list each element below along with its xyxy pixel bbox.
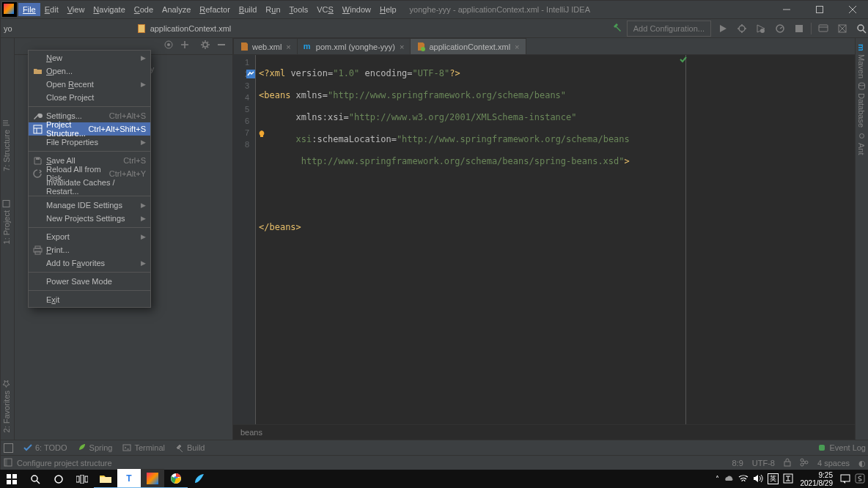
close-tab-icon[interactable]: × <box>515 42 519 51</box>
intention-bulb-icon[interactable] <box>257 130 266 138</box>
close-tab-icon[interactable]: × <box>286 42 290 51</box>
hide-icon[interactable] <box>216 40 229 53</box>
ant-tool-button[interactable]: Ant <box>857 132 866 155</box>
status-encoding[interactable]: UTF-8 <box>752 459 775 467</box>
event-log-button[interactable]: Event Log <box>829 443 866 452</box>
tray-chevron-icon[interactable]: ˄ <box>716 475 719 483</box>
menu-analyze[interactable]: Analyze <box>158 3 195 16</box>
windows-taskbar: T ˄ 英 9:25 2021/8/29 <box>0 470 868 488</box>
vcs-update-button[interactable] <box>816 21 831 36</box>
build-icon[interactable] <box>612 22 622 34</box>
close-tab-icon[interactable]: × <box>400 42 404 51</box>
menu-build[interactable]: Build <box>235 3 261 16</box>
ime-mode-icon[interactable] <box>783 473 793 485</box>
profiler-button[interactable] <box>773 21 787 36</box>
window-minimize-button[interactable] <box>770 1 803 18</box>
maven-tool-button[interactable]: m Maven <box>857 44 866 78</box>
menu-run[interactable]: Run <box>261 3 284 16</box>
run-button[interactable] <box>716 21 730 36</box>
menu-help[interactable]: Help <box>375 3 401 16</box>
coverage-button[interactable] <box>754 21 768 36</box>
debug-button[interactable] <box>735 21 749 36</box>
start-button[interactable] <box>0 470 23 488</box>
svg-rect-38 <box>85 476 88 482</box>
file-menu-open-recent[interactable]: Open Recent▶ <box>29 78 150 91</box>
favorites-tool-button[interactable]: 2: Favorites <box>2 380 11 432</box>
taskbar-explorer[interactable] <box>94 469 117 488</box>
cortana-button[interactable] <box>47 470 70 488</box>
menu-window[interactable]: Window <box>338 3 375 16</box>
menu-refactor[interactable]: Refactor <box>195 3 235 16</box>
terminal-tool-button[interactable]: Terminal <box>122 443 165 452</box>
event-log-indicator-icon <box>819 445 825 451</box>
lock-icon[interactable] <box>784 458 791 468</box>
taskbar-todesk[interactable]: T <box>117 469 141 488</box>
file-menu-file-properties[interactable]: File Properties▶ <box>29 136 150 149</box>
file-menu-close-project[interactable]: Close Project <box>29 91 150 104</box>
file-menu-new[interactable]: New▶ <box>29 51 150 64</box>
search-button[interactable] <box>23 470 47 488</box>
file-menu-project-structure[interactable]: Project Structure...Ctrl+Alt+Shift+S <box>29 122 150 136</box>
project-tool-window: -yyy New▶ Open... Open Recent▶ Close Pro… <box>15 38 233 440</box>
tab-label: applicationContext.xml <box>429 42 510 51</box>
svg-rect-10 <box>4 200 10 207</box>
window-maximize-button[interactable] <box>803 1 836 18</box>
file-menu-export[interactable]: Export▶ <box>29 230 150 243</box>
status-box-icon[interactable] <box>4 458 12 468</box>
menu-navigate[interactable]: Navigate <box>89 3 129 16</box>
inspector-widget-icon[interactable]: ◐ <box>858 459 866 468</box>
spring-xml-file-icon <box>416 42 426 51</box>
taskbar-app[interactable] <box>188 469 211 488</box>
task-view-button[interactable] <box>70 470 94 488</box>
menu-vcs[interactable]: VCS <box>312 3 338 16</box>
build-tool-button[interactable]: Build <box>175 443 205 452</box>
editor-breadcrumb[interactable]: beans <box>233 424 855 440</box>
todo-tool-button[interactable]: 6: TODO <box>23 443 67 452</box>
search-everywhere-button[interactable] <box>854 21 868 36</box>
breadcrumb-file[interactable]: applicationContext.xml <box>150 24 232 33</box>
xmlns-gutter-icon[interactable] <box>246 70 255 78</box>
file-menu-manage-ide[interactable]: Manage IDE Settings▶ <box>29 199 150 212</box>
file-menu-invalidate[interactable]: Invalidate Caches / Restart... <box>29 180 150 193</box>
ime-indicator[interactable]: 英 <box>768 473 779 484</box>
file-menu-print[interactable]: Print... <box>29 243 150 256</box>
tray-onedrive-icon[interactable] <box>724 475 734 484</box>
file-menu-power-save[interactable]: Power Save Mode <box>29 275 150 288</box>
tray-wifi-icon[interactable] <box>738 474 749 484</box>
git-branch-icon[interactable] <box>835 21 850 36</box>
menu-tools[interactable]: Tools <box>285 3 313 16</box>
file-menu-add-favorites[interactable]: Add to Favorites▶ <box>29 256 150 270</box>
taskbar-intellij[interactable] <box>141 469 164 488</box>
notification-icon[interactable] <box>840 473 850 485</box>
menu-code[interactable]: Code <box>130 3 158 16</box>
file-menu-new-projects-settings[interactable]: New Projects Settings▶ <box>29 212 150 225</box>
line-number: 3 <box>233 81 255 93</box>
expand-all-icon[interactable] <box>180 40 193 53</box>
status-indent[interactable]: 4 spaces <box>817 459 850 467</box>
taskbar-clock[interactable]: 9:25 2021/8/29 <box>798 471 836 487</box>
sogou-icon[interactable] <box>855 473 865 485</box>
structure-tool-button[interactable]: 7: Structure <box>2 119 11 171</box>
spring-tool-button[interactable]: Spring <box>78 443 113 453</box>
stop-button[interactable] <box>792 21 806 36</box>
window-close-button[interactable] <box>836 1 868 18</box>
database-tool-button[interactable]: Database <box>857 82 866 127</box>
gear-icon[interactable] <box>200 40 213 53</box>
editor-tab-applicationcontext[interactable]: applicationContext.xml × <box>410 38 526 54</box>
run-configuration-selector[interactable]: Add Configuration... <box>627 21 711 37</box>
menu-view[interactable]: View <box>63 3 89 16</box>
file-menu-open[interactable]: Open... <box>29 64 150 78</box>
menu-edit[interactable]: Edit <box>40 3 63 16</box>
file-menu-exit[interactable]: Exit <box>29 293 150 306</box>
select-opened-icon[interactable] <box>163 40 177 53</box>
tool-window-quick-access-icon[interactable] <box>4 443 13 453</box>
git-status-icon[interactable] <box>800 458 809 468</box>
taskbar-chrome[interactable] <box>164 469 188 488</box>
editor-tab-pom[interactable]: m pom.xml (yonghe-yyy) × <box>297 38 411 54</box>
project-tool-button[interactable]: 1: Project <box>2 199 11 244</box>
menu-file[interactable]: File <box>18 3 40 16</box>
code-editor[interactable]: <?xml version="1.0" encoding="UTF-8"?> <… <box>256 55 686 424</box>
editor-tab-web[interactable]: web.xml × <box>233 38 298 54</box>
tray-volume-icon[interactable] <box>753 474 763 484</box>
status-line-col[interactable]: 8:9 <box>732 459 743 467</box>
